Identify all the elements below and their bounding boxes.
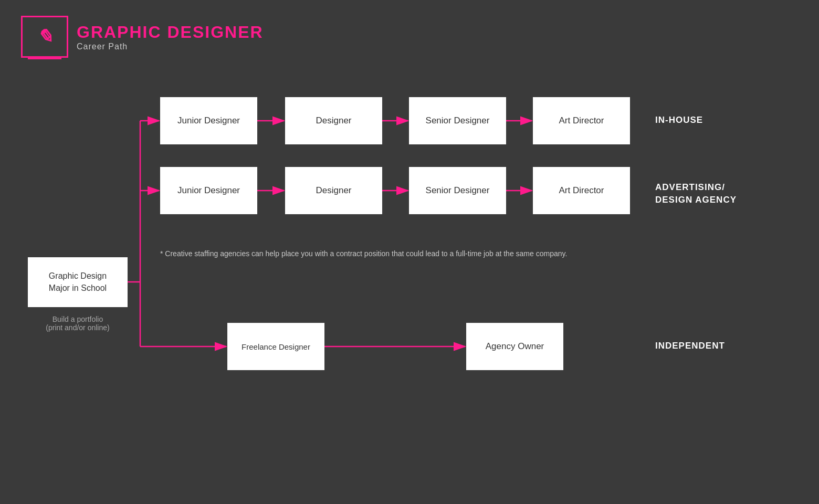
r2n1-node: Junior Designer	[160, 167, 257, 214]
header-subtitle: Career Path	[77, 42, 264, 51]
agency-label: ADVERTISING/DESIGN AGENCY	[655, 181, 737, 206]
r1n1-node: Junior Designer	[160, 97, 257, 144]
r2n4-node: Art Director	[533, 167, 630, 214]
note-text: * Creative staffing agencies can help pl…	[160, 249, 654, 258]
logo-icon: ✎	[37, 26, 52, 48]
r3n2-node: Agency Owner	[466, 323, 563, 370]
r1n2-node: Designer	[285, 97, 382, 144]
inhouse-label: IN-HOUSE	[655, 114, 703, 126]
logo-box: ✎	[21, 16, 68, 58]
r2n3-node: Senior Designer	[409, 167, 506, 214]
header-title: GRAPHIC DESIGNER	[77, 23, 264, 42]
independent-label: INDEPENDENT	[655, 340, 725, 352]
portfolio-text: Build a portfolio(print and/or online)	[28, 315, 128, 332]
header-text: GRAPHIC DESIGNER Career Path	[77, 23, 264, 51]
r1n4-node: Art Director	[533, 97, 630, 144]
start-node: Graphic Design Major in School	[28, 257, 128, 307]
r2n2-node: Designer	[285, 167, 382, 214]
r3n1-node: Freelance Designer	[227, 323, 324, 370]
header: ✎ GRAPHIC DESIGNER Career Path	[21, 16, 264, 58]
r1n3-node: Senior Designer	[409, 97, 506, 144]
